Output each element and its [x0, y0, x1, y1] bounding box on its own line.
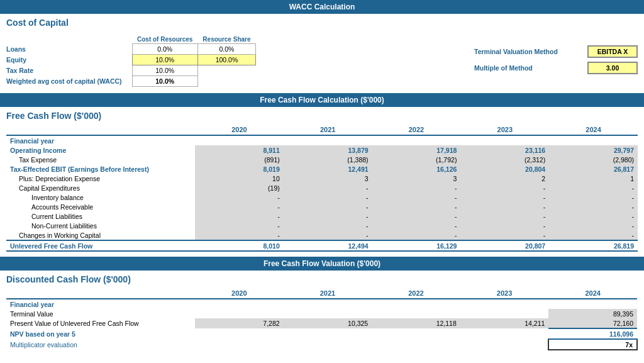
wacc-row-label: Loans — [6, 44, 132, 55]
terminal-value: EBITDA X — [587, 45, 638, 58]
wacc-right: Terminal Valuation Method EBITDA X Multi… — [436, 33, 638, 87]
fcf-year-header: 2020 — [195, 125, 284, 135]
fcf-cell: 23,116 — [460, 145, 549, 155]
fcf-row-label: Capital Expenditures — [6, 183, 195, 193]
fcf-row-label: Accounts Receivable — [6, 202, 195, 211]
val-cell — [460, 309, 549, 318]
fcf-cell: (891) — [195, 155, 284, 164]
fcf-cell: 8,911 — [195, 145, 284, 155]
fcf-cell: 8,010 — [195, 240, 284, 251]
fcf-cell: - — [195, 211, 284, 221]
cost-of-capital-title: Cost of Capital — [0, 14, 644, 29]
fcf-cell: - — [460, 230, 549, 240]
fcf-cell: 26,819 — [549, 240, 638, 251]
wacc-cost-value: 0.0% — [132, 44, 197, 55]
val-cell — [195, 299, 284, 309]
val-cell — [548, 299, 637, 309]
fcf-row-label: Plus: Depreciation Expense — [6, 174, 195, 183]
fcf-cell: - — [460, 221, 549, 230]
fcf-cell — [549, 135, 638, 145]
val-year-header: 2021 — [284, 288, 372, 299]
fcf-cell: 13,879 — [284, 145, 372, 155]
fcf-cell: - — [460, 183, 549, 193]
fcf-cell: 20,804 — [460, 164, 549, 174]
fcf-cell: - — [284, 221, 372, 230]
fcf-row-label: Financial year — [6, 135, 195, 145]
fcf-cell: - — [549, 230, 638, 240]
val-cell — [460, 299, 549, 309]
fcf-row-label: Non-Current Liabilities — [6, 221, 195, 230]
fcf-row-label: Unlevered Free Cash Flow — [6, 240, 195, 251]
wacc-left: Cost of Resources Resource Share Loans0.… — [6, 33, 424, 87]
val-row-label: Financial year — [6, 299, 195, 309]
fcf-cell: 16,129 — [372, 240, 461, 251]
fcf-cell: 29,797 — [549, 145, 638, 155]
val-cell: 12,118 — [372, 318, 460, 328]
fcf-row-label: Operating Income — [6, 145, 195, 155]
multiple-value: 3.00 — [587, 62, 638, 74]
fcf-cell: - — [460, 193, 549, 202]
fcf-cell: (19) — [195, 183, 284, 193]
fcf-row-label: Tax Expense — [6, 155, 195, 164]
val-body: 20202021202220232024 Financial yearTermi… — [0, 286, 644, 355]
fcf-year-header: 2022 — [372, 125, 461, 135]
val-header: Free Cash Flow Valuation ($'000) — [0, 257, 644, 271]
mult-label: Multiplicator evaluation — [6, 339, 195, 350]
fcf-cell: - — [549, 183, 638, 193]
npv-label: NPV based on year 5 — [6, 328, 195, 339]
fcf-cell: - — [460, 211, 549, 221]
fcf-cell: 3 — [372, 174, 461, 183]
fcf-year-header: 2021 — [284, 125, 372, 135]
val-cell — [284, 309, 372, 318]
val-title: Discounted Cash Flow ($'000) — [0, 271, 644, 286]
fcf-row-label: Tax-Effected EBIT (Earnings Before Inter… — [6, 164, 195, 174]
wacc-cost-value: 10.0% — [132, 65, 197, 76]
fcf-cell — [372, 135, 461, 145]
fcf-cell: 12,491 — [284, 164, 372, 174]
fcf-year-header: 2024 — [549, 125, 638, 135]
fcf-cell: - — [195, 202, 284, 211]
terminal-label: Terminal Valuation Method — [474, 48, 581, 55]
wacc-row-label: Tax Rate — [6, 65, 132, 76]
fcf-cell: (1,792) — [372, 155, 461, 164]
wacc-cost-value: 10.0% — [132, 55, 197, 65]
fcf-cell — [195, 135, 284, 145]
fcf-cell: - — [372, 211, 461, 221]
multiple-label: Multiple of Method — [474, 64, 581, 72]
val-cell — [372, 299, 460, 309]
fcf-cell: - — [195, 193, 284, 202]
fcf-cell: (2,980) — [549, 155, 638, 164]
fcf-cell: - — [372, 230, 461, 240]
wacc-header: WACC Calculation — [0, 0, 644, 14]
fcf-cell: - — [284, 230, 372, 240]
mult-value: 7x — [548, 339, 637, 350]
fcf-table: 20202021202220232024 Financial yearOpera… — [6, 125, 638, 252]
fcf-cell: 12,494 — [284, 240, 372, 251]
fcf-cell: - — [284, 183, 372, 193]
fcf-cell: 20,807 — [460, 240, 549, 251]
fcf-cell — [284, 135, 372, 145]
fcf-title: Free Cash Flow ($'000) — [0, 107, 644, 122]
fcf-cell: 3 — [284, 174, 372, 183]
fcf-row-label: Changes in Working Capital — [6, 230, 195, 240]
fcf-header: Free Cash Flow Calculation ($'000) — [0, 93, 644, 107]
fcf-cell: 16,126 — [372, 164, 461, 174]
fcf-cell: 26,817 — [549, 164, 638, 174]
wacc-table: Cost of Resources Resource Share Loans0.… — [6, 35, 256, 87]
val-cell: 10,325 — [284, 318, 372, 328]
fcf-cell: 1 — [549, 174, 638, 183]
wacc-cost-value: 10.0% — [132, 76, 197, 87]
fcf-cell — [460, 135, 549, 145]
fcf-cell: - — [284, 211, 372, 221]
wacc-body: Cost of Resources Resource Share Loans0.… — [0, 29, 644, 93]
fcf-cell: - — [460, 202, 549, 211]
fcf-cell: - — [372, 193, 461, 202]
fcf-row-label: Current Liabilities — [6, 211, 195, 221]
wacc-share-value: 100.0% — [197, 55, 255, 65]
fcf-cell: - — [372, 202, 461, 211]
val-cell: 72,160 — [548, 318, 637, 328]
fcf-cell: - — [195, 221, 284, 230]
fcf-cell: - — [284, 202, 372, 211]
wacc-col1-header: Cost of Resources — [132, 35, 197, 44]
fcf-cell: - — [284, 193, 372, 202]
